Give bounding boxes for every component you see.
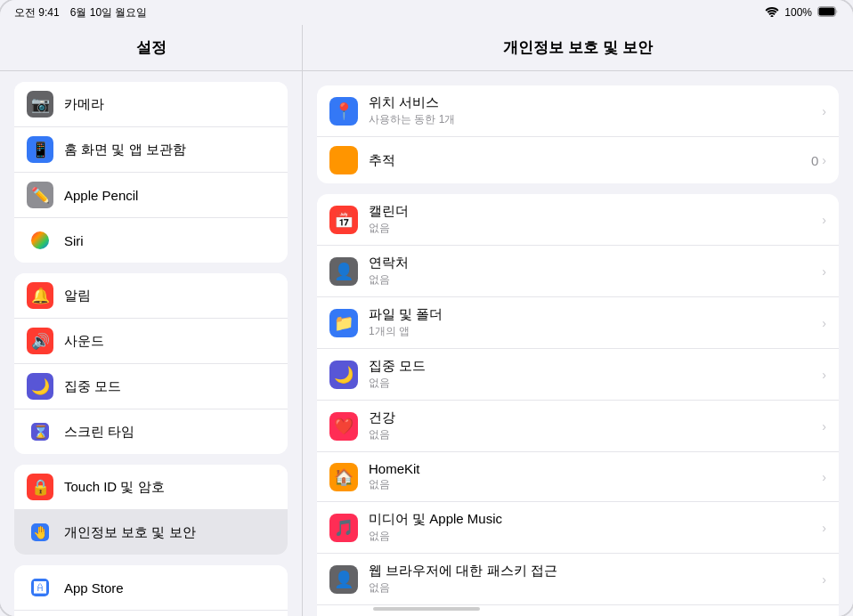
location-content-icon: 📍 <box>329 97 358 126</box>
sidebar-item-homescreen[interactable]: 📱홈 화면 및 앱 보관함 <box>14 127 288 173</box>
homekit-subtitle: 없음 <box>369 477 811 492</box>
sound-icon: 🔊 <box>27 328 53 354</box>
tracking-text: 추적 <box>369 152 800 169</box>
homekit-right: › <box>822 470 826 484</box>
alarm-label: 알림 <box>64 288 91 304</box>
health-text: 건강없음 <box>369 409 811 442</box>
camera-label: 카메라 <box>64 96 104 113</box>
health-content-icon: ❤️ <box>329 412 358 441</box>
passkey-subtitle: 없음 <box>369 580 811 596</box>
calendar-subtitle: 없음 <box>369 221 811 236</box>
passkey-text: 웹 브라우저에 대한 패스키 접근없음 <box>369 563 811 596</box>
tracking-title: 추적 <box>369 152 800 169</box>
screentime-label: 스크린 타임 <box>64 424 134 441</box>
location-text: 위치 서비스사용하는 동한 1개 <box>369 94 811 127</box>
files-text: 파일 및 폴더1개의 앱 <box>369 306 811 339</box>
tracking-content-icon <box>329 146 358 174</box>
applepencil-label: Apple Pencil <box>64 188 138 203</box>
media-chevron-icon: › <box>822 521 826 535</box>
main-layout: 설정 📷카메라📱홈 화면 및 앱 보관함✏️Apple PencilSiri🔔알… <box>0 25 853 616</box>
tracking-chevron-icon: › <box>822 153 826 167</box>
svg-rect-2 <box>819 7 835 15</box>
homekit-title: HomeKit <box>369 461 811 476</box>
focus-subtitle: 없음 <box>369 376 811 391</box>
passkey-chevron-icon: › <box>822 572 826 587</box>
content-panel: 개인정보 보호 및 보안 📍위치 서비스사용하는 동한 1개›추적0›📅캘린더없… <box>303 25 853 616</box>
status-date: 6월 10일 월요일 <box>70 5 148 20</box>
homekit-chevron-icon: › <box>822 470 826 484</box>
media-subtitle: 없음 <box>369 529 811 544</box>
svg-point-3 <box>31 231 49 249</box>
svg-text:⌛: ⌛ <box>33 425 49 440</box>
privacy-icon: 🤚 <box>27 519 53 546</box>
location-right: › <box>822 104 826 118</box>
focus-text: 집중 모드없음 <box>369 358 811 391</box>
sidebar-item-screentime[interactable]: ⌛스크린 타임 <box>14 409 288 454</box>
media-right: › <box>822 521 826 535</box>
content-item-contacts[interactable]: 👤연락처없음› <box>317 246 839 297</box>
appstore-icon: 🅰 <box>27 574 53 601</box>
calendar-text: 캘린더없음 <box>369 203 811 236</box>
screentime-icon: ⌛ <box>27 418 53 445</box>
tracking-right: 0› <box>811 153 826 168</box>
battery-icon <box>817 6 839 20</box>
sidebar-item-camera[interactable]: 📷카메라 <box>14 82 288 127</box>
focus-title: 집중 모드 <box>369 358 811 375</box>
contacts-title: 연락처 <box>369 255 811 272</box>
content-item-focus[interactable]: 🌙집중 모드없음› <box>317 349 839 401</box>
svg-point-0 <box>771 15 774 17</box>
contacts-text: 연락처없음 <box>369 255 811 288</box>
status-bar-left: 오전 9:41 6월 10일 월요일 <box>14 5 147 20</box>
content-group-cg2: 📅캘린더없음›👤연락처없음›📁파일 및 폴더1개의 앱›🌙집중 모드없음›❤️건… <box>317 194 839 616</box>
content-item-homekit[interactable]: 🏠HomeKit없음› <box>317 452 839 502</box>
content-item-media[interactable]: 🎵미디어 및 Apple Music없음› <box>317 502 839 554</box>
appstore-label: App Store <box>64 580 124 596</box>
settings-group-group1: 📷카메라📱홈 화면 및 앱 보관함✏️Apple PencilSiri <box>14 82 288 263</box>
sidebar-item-siri[interactable]: Siri <box>14 218 288 263</box>
files-content-icon: 📁 <box>329 309 358 337</box>
contacts-chevron-icon: › <box>822 264 826 279</box>
sidebar: 설정 📷카메라📱홈 화면 및 앱 보관함✏️Apple PencilSiri🔔알… <box>0 25 303 616</box>
health-chevron-icon: › <box>822 419 826 434</box>
homekit-content-icon: 🏠 <box>329 463 358 491</box>
passkey-title: 웹 브라우저에 대한 패스키 접근 <box>369 563 811 580</box>
sidebar-item-gamecenter[interactable]: 🎮Game Center <box>14 611 288 616</box>
calendar-content-icon: 📅 <box>329 206 358 234</box>
focusmode-label: 집중 모드 <box>64 378 121 395</box>
content-item-health[interactable]: ❤️건강없음› <box>317 401 839 452</box>
focus-right: › <box>822 368 826 382</box>
media-text: 미디어 및 Apple Music없음 <box>369 511 811 544</box>
sidebar-item-alarm[interactable]: 🔔알림 <box>14 273 288 319</box>
sidebar-item-focusmode[interactable]: 🌙집중 모드 <box>14 364 288 409</box>
sidebar-item-touchid[interactable]: 🔒Touch ID 및 암호 <box>14 465 288 510</box>
status-time: 오전 9:41 <box>14 5 60 20</box>
content-item-files[interactable]: 📁파일 및 폴더1개의 앱› <box>317 297 839 349</box>
files-subtitle: 1개의 앱 <box>369 324 811 339</box>
content-header: 개인정보 보호 및 보안 <box>303 25 853 71</box>
content-body: 📍위치 서비스사용하는 동한 1개›추적0›📅캘린더없음›👤연락처없음›📁파일 … <box>303 71 853 616</box>
health-title: 건강 <box>369 409 811 426</box>
media-title: 미디어 및 Apple Music <box>369 511 811 528</box>
homescreen-icon: 📱 <box>27 136 53 163</box>
svg-text:🅰: 🅰 <box>34 580 46 595</box>
sidebar-header: 설정 <box>0 25 302 71</box>
contacts-right: › <box>822 264 826 279</box>
applepencil-icon: ✏️ <box>27 182 53 208</box>
content-item-tracking[interactable]: 추적0› <box>317 137 839 183</box>
contacts-subtitle: 없음 <box>369 272 811 288</box>
content-item-calendar[interactable]: 📅캘린더없음› <box>317 194 839 246</box>
alarm-icon: 🔔 <box>27 282 53 309</box>
sidebar-item-applepencil[interactable]: ✏️Apple Pencil <box>14 173 288 218</box>
homescreen-label: 홈 화면 및 앱 보관함 <box>64 142 186 158</box>
sidebar-item-appstore[interactable]: 🅰App Store <box>14 565 288 611</box>
sidebar-item-privacy[interactable]: 🤚개인정보 보호 및 보안 <box>14 510 288 555</box>
settings-group-group4: 🅰App Store🎮Game Center☁️iCloud💳지갑 <box>14 565 288 616</box>
sidebar-item-sound[interactable]: 🔊사운드 <box>14 319 288 364</box>
focusmode-icon: 🌙 <box>27 373 53 400</box>
files-title: 파일 및 폴더 <box>369 306 811 323</box>
content-item-passkey[interactable]: 👤웹 브라우저에 대한 패스키 접근없음› <box>317 554 839 605</box>
content-item-location[interactable]: 📍위치 서비스사용하는 동한 1개› <box>317 85 839 137</box>
settings-group-group3: 🔒Touch ID 및 암호🤚개인정보 보호 및 보안 <box>14 465 288 555</box>
health-right: › <box>822 419 826 434</box>
tracking-badge: 0 <box>811 153 818 168</box>
